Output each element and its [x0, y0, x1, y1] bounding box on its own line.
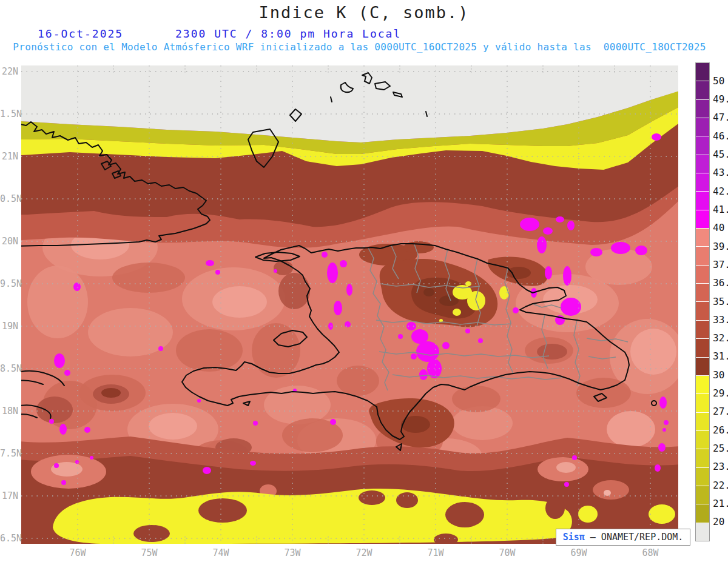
- colorbar-label: 46.5: [713, 130, 728, 142]
- watermark-text: – ONAMET/REP.DOM.: [585, 532, 684, 543]
- colorbar-label: 20: [713, 516, 724, 527]
- colorbar-segment: [696, 504, 709, 523]
- colorbar-label: 49.1: [713, 93, 728, 105]
- colorbar-segment: [696, 468, 709, 486]
- colorbar-segment: [696, 486, 709, 504]
- colorbar-segment: [696, 284, 709, 302]
- lon-label: 73W: [277, 547, 308, 558]
- colorbar-segment: [696, 321, 709, 339]
- lat-label: 21N: [0, 151, 18, 162]
- watermark: Sisπ – ONAMET/REP.DOM.: [556, 529, 690, 546]
- colorbar-label: 41.3: [713, 204, 728, 215]
- lon-label: 74W: [206, 547, 236, 558]
- colorbar-label: 30: [713, 369, 724, 381]
- colorbar-label: 35.2: [713, 296, 728, 307]
- colorbar-segment: [696, 155, 709, 173]
- colorbar-segment: [696, 247, 709, 265]
- colorbar-segment: [696, 100, 709, 118]
- colorbar-segment: [696, 192, 709, 210]
- colorbar-segment: [696, 229, 709, 247]
- colorbar-label: 45.2: [713, 149, 728, 160]
- colorbar-segment: [696, 339, 709, 357]
- colorbar-segment: [696, 358, 709, 376]
- colorbar-label: 22.6: [713, 480, 728, 491]
- colorbar-label: 26.5: [713, 424, 728, 436]
- colorbar-segment: [696, 266, 709, 284]
- colorbar-segment: [696, 394, 709, 412]
- lat-label: 9.5N: [0, 278, 18, 289]
- lat-label: 1.5N: [0, 109, 18, 119]
- colorbar-label: 25.2: [713, 443, 728, 454]
- colorbar-segment: [696, 449, 709, 467]
- lat-label: 22N: [0, 66, 18, 77]
- model-subtitle: Pronóstico con el Modelo Atmósferico WRF…: [0, 41, 719, 53]
- forecast-date: 16-Oct-2025: [38, 27, 123, 40]
- lon-label: 72W: [349, 547, 379, 558]
- k-index-contour-map: [21, 65, 678, 544]
- colorbar-segment: [696, 523, 709, 541]
- colorbar-label: 21.3: [713, 498, 728, 509]
- colorbar-label: 29.1: [713, 387, 728, 399]
- colorbar-label: 33.9: [713, 314, 728, 326]
- colorbar-segment: [696, 210, 709, 229]
- colorbar-label: 43.9: [713, 167, 728, 178]
- colorbar-label: 36.5: [713, 277, 728, 289]
- colorbar-label: 31.3: [713, 350, 728, 362]
- lon-label: 68W: [635, 547, 666, 558]
- lon-label: 71W: [420, 547, 451, 558]
- colorbar-label: 42.6: [713, 186, 728, 197]
- lat-label: 8.5N: [0, 363, 18, 374]
- forecast-time: 2300 UTC / 8:00 pm Hora Local: [175, 27, 401, 40]
- colorbar-label: 40: [713, 222, 724, 233]
- colorbar-label: 27.8: [713, 406, 728, 417]
- lon-label: 69W: [564, 547, 594, 558]
- colorbar-label: 37.8: [713, 259, 728, 270]
- colorbar-label: 39.1: [713, 241, 728, 252]
- colorbar-segment: [696, 118, 709, 136]
- lat-label: 6.5N: [0, 533, 18, 544]
- page-title: Indice K (C, somb.): [0, 3, 728, 22]
- colorbar: [695, 62, 710, 541]
- lat-label: 18N: [0, 406, 18, 416]
- lon-label: 76W: [62, 547, 93, 558]
- lat-label: 0.5N: [0, 193, 18, 204]
- lon-label: 75W: [134, 547, 164, 558]
- colorbar-segment: [696, 302, 709, 320]
- colorbar-segment: [696, 413, 709, 431]
- colorbar-label: 47.8: [713, 112, 728, 123]
- colorbar-segment: [696, 136, 709, 155]
- colorbar-segment: [696, 173, 709, 192]
- colorbar-label: 23.9: [713, 461, 728, 472]
- lat-label: 7.5N: [0, 448, 18, 459]
- colorbar-segment: [696, 376, 709, 394]
- lat-label: 20N: [0, 236, 18, 247]
- weather-map: [21, 65, 678, 544]
- colorbar-label: 50: [713, 75, 724, 87]
- lon-label: 70W: [492, 547, 522, 558]
- colorbar-segment: [696, 431, 709, 449]
- colorbar-segment: [696, 63, 709, 81]
- lat-label: 19N: [0, 321, 18, 332]
- watermark-brand: Sisπ: [563, 532, 585, 543]
- colorbar-label: 32.6: [713, 332, 728, 344]
- lat-label: 17N: [0, 490, 18, 501]
- colorbar-segment: [696, 81, 709, 99]
